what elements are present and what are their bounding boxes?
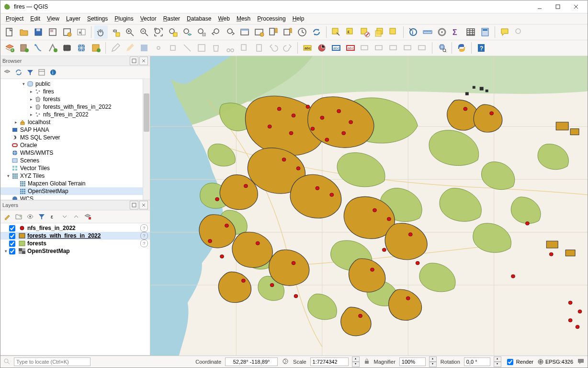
layers-expand-button[interactable]: [60, 212, 69, 221]
browser-item[interactable]: ▸fires: [0, 88, 150, 95]
help-button[interactable]: ?: [475, 41, 488, 55]
browser-item[interactable]: OpenStreetMap: [0, 187, 150, 195]
new-print-layout-button[interactable]: [46, 25, 59, 39]
map-canvas[interactable]: [150, 56, 588, 356]
layer-visibility-checkbox[interactable]: [9, 248, 15, 254]
browser-scrollbar[interactable]: [143, 79, 150, 200]
new-project-button[interactable]: [3, 25, 16, 39]
layers-styling-button[interactable]: [2, 212, 12, 221]
layers-tree[interactable]: nfs_fires_in_2022?forests_with_fires_in_…: [0, 223, 150, 355]
identify-button[interactable]: i: [407, 25, 420, 39]
label-toolbar-button[interactable]: abc: [301, 41, 314, 55]
rotate-label-button[interactable]: [387, 41, 400, 55]
pin-label-button[interactable]: abc: [344, 41, 357, 55]
browser-properties-button[interactable]: i: [48, 68, 58, 77]
metasearch-button[interactable]: [435, 41, 449, 55]
render-checkbox[interactable]: Render: [505, 357, 533, 367]
select-features-button[interactable]: [329, 25, 343, 39]
select-by-expression-button[interactable]: [387, 25, 400, 39]
python-console-button[interactable]: [455, 41, 468, 55]
zoom-selection-button[interactable]: [166, 25, 180, 39]
toggle-editing-button[interactable]: [109, 41, 122, 55]
menu-database[interactable]: Database: [183, 14, 215, 23]
delete-selected-button[interactable]: [209, 41, 223, 55]
menu-raster[interactable]: Raster: [160, 14, 183, 23]
zoom-native-button[interactable]: [195, 25, 208, 39]
browser-item[interactable]: WMS/WMTS: [0, 149, 150, 157]
layers-collapse-button[interactable]: [71, 212, 81, 221]
browser-item[interactable]: ▸forests: [0, 95, 150, 103]
zoom-out-button[interactable]: [137, 25, 151, 39]
temporal-controller-button[interactable]: [295, 25, 309, 39]
browser-add-button[interactable]: [2, 68, 12, 77]
open-project-button[interactable]: [17, 25, 31, 39]
modify-attributes-button[interactable]: [195, 41, 208, 55]
save-layer-edits-button[interactable]: [137, 41, 151, 55]
browser-collapse-button[interactable]: [37, 68, 46, 77]
paste-button[interactable]: [252, 41, 266, 55]
layer-item[interactable]: forests_with_fires_in_2022?: [0, 232, 150, 240]
magnifier-field[interactable]: [399, 357, 426, 366]
layer-item[interactable]: ▾OpenStreetMap: [0, 247, 150, 255]
layers-add-group-button[interactable]: +: [14, 212, 23, 221]
zoom-full-button[interactable]: [152, 25, 165, 39]
deselect-all-button[interactable]: [358, 25, 372, 39]
new-bookmark-button[interactable]: [267, 25, 280, 39]
locator-input[interactable]: [14, 357, 90, 366]
browser-item[interactable]: Vector Tiles: [0, 164, 150, 172]
crs-button[interactable]: EPSG:4326: [537, 358, 573, 365]
menu-processing[interactable]: Processing: [254, 14, 289, 23]
add-feature-button[interactable]: [152, 41, 165, 55]
new-gps-layer-button[interactable]: [89, 41, 102, 55]
layer-info-icon[interactable]: ?: [140, 224, 148, 232]
layers-undock-button[interactable]: [130, 201, 138, 209]
rotation-stepper[interactable]: ▴▾: [494, 356, 501, 367]
browser-filter-button[interactable]: [25, 68, 35, 77]
statistics-button[interactable]: Σ: [450, 25, 463, 39]
browser-item[interactable]: WCS: [0, 195, 150, 200]
select-by-value-button[interactable]: ε: [344, 25, 357, 39]
browser-item[interactable]: ▸forests_with_fires_in_2022: [0, 103, 150, 111]
lock-icon[interactable]: [363, 358, 370, 366]
scale-field[interactable]: [310, 357, 349, 366]
browser-refresh-button[interactable]: [14, 68, 23, 77]
field-calculator-button[interactable]: [478, 25, 492, 39]
minimize-button[interactable]: [531, 1, 548, 12]
save-edits-button[interactable]: [123, 41, 136, 55]
menu-mesh[interactable]: Mesh: [233, 14, 254, 23]
coordinate-toggle-icon[interactable]: [282, 357, 289, 366]
browser-item[interactable]: MS SQL Server: [0, 134, 150, 141]
new-geopackage-layer-button[interactable]: [17, 41, 31, 55]
messages-button[interactable]: [577, 357, 585, 366]
pan-to-selection-button[interactable]: [109, 25, 122, 39]
browser-item[interactable]: ▸localhost: [0, 118, 150, 126]
redo-button[interactable]: [281, 41, 294, 55]
layout-manager-button[interactable]: [60, 25, 74, 39]
cut-button[interactable]: [224, 41, 237, 55]
rotation-field[interactable]: [464, 357, 490, 366]
undo-button[interactable]: [267, 41, 280, 55]
scale-stepper[interactable]: ▴▾: [352, 356, 360, 367]
close-button[interactable]: [567, 1, 585, 12]
zoom-next-button[interactable]: [224, 25, 237, 39]
move-label-button[interactable]: [373, 41, 386, 55]
layer-visibility-checkbox[interactable]: [9, 225, 15, 231]
zoom-in-button[interactable]: [123, 25, 136, 39]
new-memory-layer-button[interactable]: [60, 41, 74, 55]
browser-item[interactable]: Scenes: [0, 157, 150, 164]
new-3d-map-view-button[interactable]: [252, 25, 266, 39]
new-shapefile-layer-button[interactable]: [32, 41, 45, 55]
layers-expression-button[interactable]: ε: [48, 212, 58, 221]
copy-button[interactable]: [238, 41, 251, 55]
measure-button[interactable]: [421, 25, 434, 39]
new-map-view-button[interactable]: [238, 25, 251, 39]
browser-item[interactable]: Oracle: [0, 141, 150, 149]
layer-item[interactable]: forests?: [0, 240, 150, 247]
show-bookmarks-button[interactable]: [281, 25, 294, 39]
highlight-label-button[interactable]: abc: [329, 41, 343, 55]
menu-vector[interactable]: Vector: [137, 14, 160, 23]
change-label-button[interactable]: [401, 41, 415, 55]
menu-settings[interactable]: Settings: [84, 14, 111, 23]
menu-plugins[interactable]: Plugins: [111, 14, 136, 23]
new-virtual-layer-button[interactable]: [46, 41, 59, 55]
